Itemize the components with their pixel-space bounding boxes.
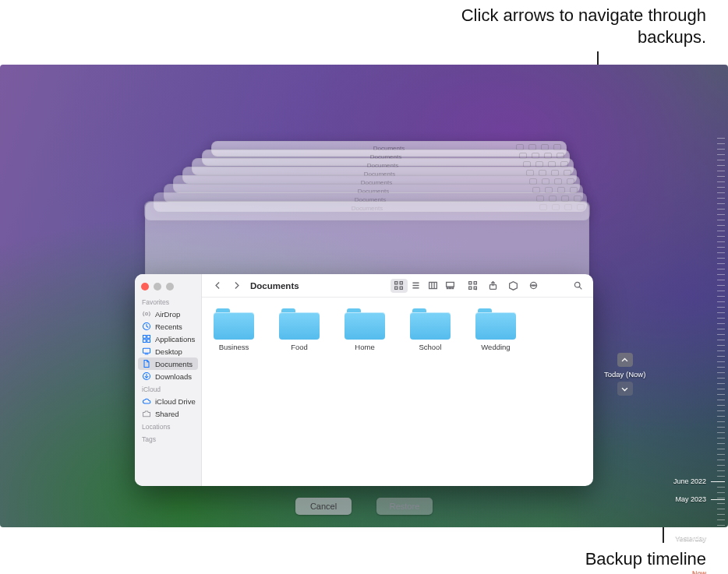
sidebar-item-documents[interactable]: Documents (138, 357, 198, 370)
svg-rect-5 (147, 340, 150, 343)
apps-icon (142, 334, 151, 343)
svg-point-30 (533, 285, 534, 286)
action-menu-button[interactable] (526, 279, 542, 293)
restore-button: Restore (376, 498, 433, 515)
sidebar-section-tags: Tags (135, 432, 201, 445)
folder-icon (410, 308, 451, 340)
sidebar-item-icloud-drive[interactable]: iCloud Drive (135, 395, 201, 407)
sidebar-section-locations: Locations (135, 420, 201, 432)
sidebar-item-label: Downloads (155, 372, 192, 381)
current-backup-label: Today (Now) (604, 370, 645, 379)
finder-toolbar: Documents (202, 274, 593, 298)
shared-icon (142, 409, 151, 418)
svg-rect-23 (469, 282, 472, 284)
svg-point-29 (532, 285, 532, 286)
sidebar-item-airdrop[interactable]: AirDrop (135, 308, 201, 320)
zoom-button (166, 283, 174, 291)
timeline-label: Now (692, 569, 706, 574)
group-by-button[interactable] (465, 279, 481, 293)
desktop-icon (142, 347, 151, 356)
folder-icon (214, 308, 254, 340)
folder-icon (279, 308, 320, 340)
svg-rect-12 (400, 287, 402, 289)
svg-point-31 (535, 285, 535, 286)
svg-point-0 (146, 313, 148, 315)
sidebar-item-label: Applications (155, 335, 195, 343)
download-icon (142, 372, 151, 381)
sidebar-item-desktop[interactable]: Desktop (135, 345, 201, 357)
svg-point-32 (574, 282, 580, 287)
view-list-button[interactable] (408, 279, 425, 293)
svg-rect-24 (474, 282, 476, 284)
svg-rect-2 (143, 336, 147, 339)
sidebar-item-label: iCloud Drive (155, 397, 196, 406)
folder-label: Home (355, 343, 374, 351)
folder-label: Food (291, 343, 308, 351)
folder-icon (475, 308, 516, 340)
svg-rect-21 (450, 287, 451, 289)
backup-navigation-panel: Today (Now) (604, 353, 645, 396)
backup-timeline[interactable]: June 2022May 2023YesterdayNow (697, 130, 725, 574)
svg-rect-11 (395, 287, 398, 289)
folder-label: Business (219, 343, 249, 351)
timeline-label: May 2023 (675, 495, 706, 503)
view-gallery-button[interactable] (442, 279, 459, 293)
folder-label: Wedding (481, 343, 510, 351)
finder-window: Favorites AirDropRecentsApplicationsDesk… (135, 274, 593, 486)
annotation-nav-arrows: Click arrows to navigate through backups… (410, 5, 706, 48)
finder-sidebar: Favorites AirDropRecentsApplicationsDesk… (135, 274, 202, 486)
sidebar-item-label: Recents (155, 322, 182, 331)
svg-rect-19 (447, 282, 454, 287)
svg-rect-4 (143, 340, 147, 343)
forward-button[interactable] (228, 279, 244, 293)
view-icons-button[interactable] (391, 279, 408, 293)
window-controls (135, 279, 201, 295)
svg-rect-9 (395, 282, 398, 284)
sidebar-item-recents[interactable]: Recents (135, 320, 201, 333)
svg-line-33 (579, 287, 581, 289)
svg-rect-22 (452, 287, 454, 289)
folder-wedding[interactable]: Wedding (470, 308, 521, 475)
folder-label: School (419, 343, 441, 351)
doc-icon (142, 359, 151, 368)
folder-grid: BusinessFoodHomeSchoolWedding (202, 298, 593, 486)
close-button[interactable] (141, 283, 149, 291)
previous-backup-arrow[interactable] (617, 353, 633, 367)
svg-rect-6 (143, 348, 150, 353)
cloud-icon (142, 396, 151, 406)
view-columns-button[interactable] (425, 279, 442, 293)
svg-rect-20 (447, 287, 449, 289)
sidebar-item-label: AirDrop (155, 310, 180, 319)
search-button[interactable] (570, 279, 585, 293)
annotation-timeline: Backup timeline (585, 549, 706, 569)
view-mode-segment (391, 279, 459, 293)
sidebar-section-favorites: Favorites (135, 295, 201, 308)
airdrop-icon (142, 309, 151, 319)
sidebar-item-label: Documents (155, 360, 193, 368)
window-title: Documents (250, 281, 299, 291)
svg-rect-10 (400, 282, 402, 284)
next-backup-arrow (617, 382, 633, 396)
svg-rect-16 (429, 282, 437, 288)
sidebar-item-label: Desktop (155, 347, 182, 356)
folder-icon (345, 308, 385, 340)
timeline-label: June 2022 (673, 477, 706, 485)
svg-rect-3 (147, 336, 150, 339)
minimize-button (154, 283, 161, 291)
folder-business[interactable]: Business (208, 308, 260, 475)
share-button[interactable] (486, 279, 501, 293)
folder-school[interactable]: School (405, 308, 456, 475)
cancel-button[interactable]: Cancel (295, 498, 352, 515)
sidebar-section-icloud: iCloud (135, 382, 201, 395)
back-button[interactable] (210, 279, 225, 293)
tags-button[interactable] (506, 279, 521, 293)
sidebar-item-applications[interactable]: Applications (135, 333, 201, 345)
svg-rect-25 (469, 287, 472, 289)
sidebar-item-shared[interactable]: Shared (135, 407, 201, 420)
timeline-label: Yesterday (675, 534, 706, 542)
sidebar-item-downloads[interactable]: Downloads (135, 370, 201, 382)
sidebar-item-label: Shared (155, 410, 179, 418)
folder-home[interactable]: Home (339, 308, 391, 475)
desktop-background: DocumentsDocumentsDocumentsDocumentsDocu… (0, 65, 728, 527)
folder-food[interactable]: Food (274, 308, 325, 475)
